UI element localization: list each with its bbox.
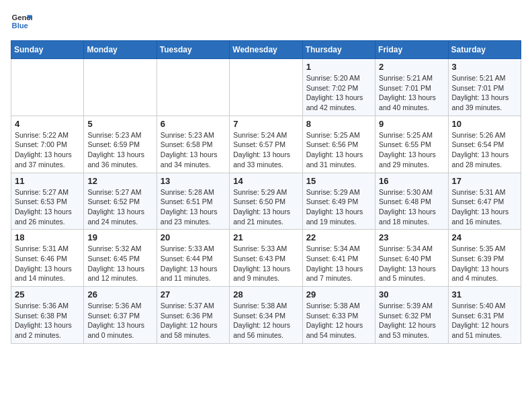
day-number: 24 bbox=[452, 232, 517, 242]
day-number: 7 bbox=[233, 119, 298, 129]
day-detail: Sunrise: 5:28 AMSunset: 6:51 PMDaylight:… bbox=[161, 187, 226, 227]
day-detail: Sunrise: 5:34 AMSunset: 6:40 PMDaylight:… bbox=[379, 244, 444, 283]
svg-text:Blue: Blue bbox=[12, 21, 28, 30]
day-number: 23 bbox=[379, 232, 444, 242]
week-row-2: 4Sunrise: 5:22 AMSunset: 7:00 PMDaylight… bbox=[11, 116, 521, 173]
week-row-5: 25Sunrise: 5:36 AMSunset: 6:38 PMDayligh… bbox=[11, 287, 521, 344]
day-detail: Sunrise: 5:36 AMSunset: 6:38 PMDaylight:… bbox=[15, 301, 80, 340]
day-cell: 9Sunrise: 5:25 AMSunset: 6:55 PMDaylight… bbox=[375, 116, 448, 173]
day-detail: Sunrise: 5:32 AMSunset: 6:45 PMDaylight:… bbox=[87, 244, 152, 283]
day-detail: Sunrise: 5:31 AMSunset: 6:46 PMDaylight:… bbox=[15, 244, 80, 283]
day-cell: 15Sunrise: 5:29 AMSunset: 6:49 PMDayligh… bbox=[302, 173, 375, 230]
day-cell: 1Sunrise: 5:20 AMSunset: 7:02 PMDaylight… bbox=[302, 59, 375, 116]
day-cell: 8Sunrise: 5:25 AMSunset: 6:56 PMDaylight… bbox=[302, 116, 375, 173]
day-cell: 6Sunrise: 5:23 AMSunset: 6:58 PMDaylight… bbox=[157, 116, 229, 173]
day-detail: Sunrise: 5:29 AMSunset: 6:49 PMDaylight:… bbox=[306, 187, 371, 227]
day-number: 25 bbox=[15, 289, 80, 300]
day-cell: 29Sunrise: 5:38 AMSunset: 6:33 PMDayligh… bbox=[302, 287, 375, 344]
logo-icon: General Blue bbox=[11, 11, 32, 32]
col-header-sunday: Sunday bbox=[11, 41, 84, 59]
day-number: 12 bbox=[87, 176, 152, 186]
day-detail: Sunrise: 5:27 AMSunset: 6:53 PMDaylight:… bbox=[15, 187, 80, 227]
day-cell: 20Sunrise: 5:33 AMSunset: 6:44 PMDayligh… bbox=[157, 230, 229, 287]
col-header-monday: Monday bbox=[84, 41, 157, 59]
day-number: 11 bbox=[15, 176, 80, 186]
day-cell: 13Sunrise: 5:28 AMSunset: 6:51 PMDayligh… bbox=[157, 173, 229, 230]
day-number: 22 bbox=[306, 232, 371, 242]
day-cell: 24Sunrise: 5:35 AMSunset: 6:39 PMDayligh… bbox=[448, 230, 521, 287]
day-number: 19 bbox=[87, 232, 152, 242]
day-number: 21 bbox=[233, 232, 298, 242]
day-number: 10 bbox=[452, 119, 517, 129]
day-detail: Sunrise: 5:20 AMSunset: 7:02 PMDaylight:… bbox=[306, 73, 371, 113]
day-detail: Sunrise: 5:31 AMSunset: 6:47 PMDaylight:… bbox=[452, 187, 517, 227]
day-cell: 7Sunrise: 5:24 AMSunset: 6:57 PMDaylight… bbox=[230, 116, 302, 173]
day-detail: Sunrise: 5:36 AMSunset: 6:37 PMDaylight:… bbox=[87, 301, 152, 340]
day-detail: Sunrise: 5:38 AMSunset: 6:33 PMDaylight:… bbox=[306, 301, 371, 340]
day-cell bbox=[11, 59, 84, 116]
day-cell: 31Sunrise: 5:40 AMSunset: 6:31 PMDayligh… bbox=[448, 287, 521, 344]
week-row-4: 18Sunrise: 5:31 AMSunset: 6:46 PMDayligh… bbox=[11, 230, 521, 287]
page-header: General Blue bbox=[11, 11, 521, 32]
day-detail: Sunrise: 5:21 AMSunset: 7:01 PMDaylight:… bbox=[452, 73, 517, 113]
day-cell: 30Sunrise: 5:39 AMSunset: 6:32 PMDayligh… bbox=[375, 287, 448, 344]
day-detail: Sunrise: 5:37 AMSunset: 6:36 PMDaylight:… bbox=[161, 301, 226, 340]
day-detail: Sunrise: 5:27 AMSunset: 6:52 PMDaylight:… bbox=[87, 187, 152, 227]
day-detail: Sunrise: 5:39 AMSunset: 6:32 PMDaylight:… bbox=[379, 301, 444, 340]
day-cell: 3Sunrise: 5:21 AMSunset: 7:01 PMDaylight… bbox=[448, 59, 521, 116]
col-header-friday: Friday bbox=[375, 41, 448, 59]
day-detail: Sunrise: 5:21 AMSunset: 7:01 PMDaylight:… bbox=[379, 73, 444, 113]
day-cell: 23Sunrise: 5:34 AMSunset: 6:40 PMDayligh… bbox=[375, 230, 448, 287]
day-detail: Sunrise: 5:38 AMSunset: 6:34 PMDaylight:… bbox=[233, 301, 298, 340]
day-cell: 27Sunrise: 5:37 AMSunset: 6:36 PMDayligh… bbox=[157, 287, 229, 344]
day-number: 9 bbox=[379, 119, 444, 129]
day-cell: 17Sunrise: 5:31 AMSunset: 6:47 PMDayligh… bbox=[448, 173, 521, 230]
day-detail: Sunrise: 5:23 AMSunset: 6:59 PMDaylight:… bbox=[87, 130, 152, 170]
day-number: 2 bbox=[379, 62, 444, 72]
day-detail: Sunrise: 5:25 AMSunset: 6:55 PMDaylight:… bbox=[379, 130, 444, 170]
day-cell: 16Sunrise: 5:30 AMSunset: 6:48 PMDayligh… bbox=[375, 173, 448, 230]
day-cell bbox=[157, 59, 229, 116]
day-cell: 22Sunrise: 5:34 AMSunset: 6:41 PMDayligh… bbox=[302, 230, 375, 287]
week-row-1: 1Sunrise: 5:20 AMSunset: 7:02 PMDaylight… bbox=[11, 59, 521, 116]
col-header-wednesday: Wednesday bbox=[230, 41, 302, 59]
calendar-table: SundayMondayTuesdayWednesdayThursdayFrid… bbox=[11, 40, 521, 344]
day-cell: 10Sunrise: 5:26 AMSunset: 6:54 PMDayligh… bbox=[448, 116, 521, 173]
day-number: 31 bbox=[452, 289, 517, 300]
day-cell bbox=[84, 59, 157, 116]
day-cell: 4Sunrise: 5:22 AMSunset: 7:00 PMDaylight… bbox=[11, 116, 84, 173]
day-detail: Sunrise: 5:22 AMSunset: 7:00 PMDaylight:… bbox=[15, 130, 80, 170]
col-header-saturday: Saturday bbox=[448, 41, 521, 59]
week-row-3: 11Sunrise: 5:27 AMSunset: 6:53 PMDayligh… bbox=[11, 173, 521, 230]
day-detail: Sunrise: 5:24 AMSunset: 6:57 PMDaylight:… bbox=[233, 130, 298, 170]
day-detail: Sunrise: 5:35 AMSunset: 6:39 PMDaylight:… bbox=[452, 244, 517, 283]
day-number: 15 bbox=[306, 176, 371, 186]
day-number: 18 bbox=[15, 232, 80, 242]
col-header-thursday: Thursday bbox=[302, 41, 375, 59]
day-cell: 21Sunrise: 5:33 AMSunset: 6:43 PMDayligh… bbox=[230, 230, 302, 287]
day-number: 20 bbox=[161, 232, 226, 242]
day-number: 26 bbox=[87, 289, 152, 300]
day-number: 30 bbox=[379, 289, 444, 300]
day-number: 6 bbox=[161, 119, 226, 129]
col-header-tuesday: Tuesday bbox=[157, 41, 229, 59]
day-cell bbox=[230, 59, 302, 116]
day-detail: Sunrise: 5:29 AMSunset: 6:50 PMDaylight:… bbox=[233, 187, 298, 227]
day-number: 8 bbox=[306, 119, 371, 129]
day-cell: 12Sunrise: 5:27 AMSunset: 6:52 PMDayligh… bbox=[84, 173, 157, 230]
day-cell: 14Sunrise: 5:29 AMSunset: 6:50 PMDayligh… bbox=[230, 173, 302, 230]
day-number: 27 bbox=[161, 289, 226, 300]
day-number: 28 bbox=[233, 289, 298, 300]
day-cell: 11Sunrise: 5:27 AMSunset: 6:53 PMDayligh… bbox=[11, 173, 84, 230]
day-detail: Sunrise: 5:33 AMSunset: 6:44 PMDaylight:… bbox=[161, 244, 226, 283]
day-number: 3 bbox=[452, 62, 517, 72]
day-detail: Sunrise: 5:30 AMSunset: 6:48 PMDaylight:… bbox=[379, 187, 444, 227]
day-cell: 2Sunrise: 5:21 AMSunset: 7:01 PMDaylight… bbox=[375, 59, 448, 116]
day-detail: Sunrise: 5:34 AMSunset: 6:41 PMDaylight:… bbox=[306, 244, 371, 283]
day-cell: 28Sunrise: 5:38 AMSunset: 6:34 PMDayligh… bbox=[230, 287, 302, 344]
day-number: 17 bbox=[452, 176, 517, 186]
day-detail: Sunrise: 5:25 AMSunset: 6:56 PMDaylight:… bbox=[306, 130, 371, 170]
day-number: 5 bbox=[87, 119, 152, 129]
day-detail: Sunrise: 5:33 AMSunset: 6:43 PMDaylight:… bbox=[233, 244, 298, 283]
logo: General Blue bbox=[11, 11, 32, 32]
